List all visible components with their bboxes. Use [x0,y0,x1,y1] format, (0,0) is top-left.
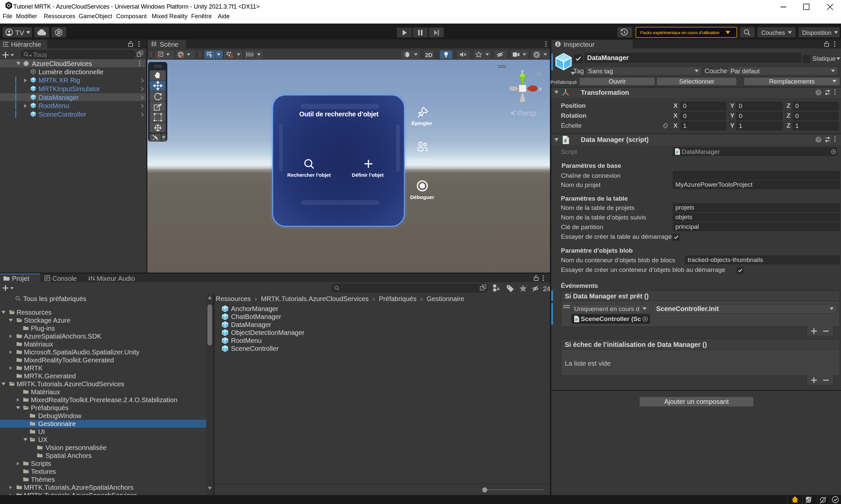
svg-text:Y: Y [209,54,212,59]
svg-text:y: y [521,68,524,74]
svg-text:?: ? [817,137,820,142]
svg-text:?: ? [817,90,820,95]
svg-text:x: x [539,86,542,91]
